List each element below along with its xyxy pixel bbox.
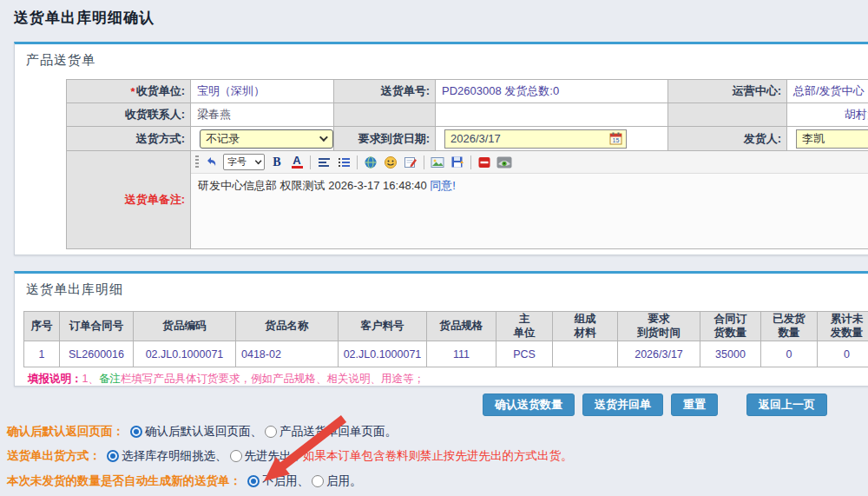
- receiving-unit-value: 宝明（深圳）: [191, 80, 334, 103]
- toolbar-separator: [310, 155, 311, 169]
- remark-content[interactable]: 研发中心信息部 权限测试 2026-3-17 16:48:40 同意!: [191, 174, 868, 198]
- fifo-warning-text: 如果本订单包含卷料则禁止按先进先出的方式出货。: [303, 448, 573, 464]
- table-cell: [553, 341, 618, 367]
- redaction-blur: [694, 79, 858, 90]
- col-header: 组成 材料: [553, 312, 618, 341]
- preview-eye-icon[interactable]: [496, 155, 512, 170]
- receiving-unit-label: * 收货单位:: [67, 80, 191, 103]
- undo-icon[interactable]: [203, 155, 219, 170]
- toolbar-separator: [424, 155, 424, 169]
- confirm-qty-button[interactable]: 确认送货数量: [483, 393, 575, 416]
- filling-note: 填报说明：1、备注栏填写产品具体订货要求，例如产品规格、相关说明、用途等；: [28, 372, 424, 387]
- toolbar-separator: [357, 155, 358, 169]
- detail-table: 序号 订单合同号 货品编码 货品名称 客户料号 货品规格 主 单位 组成 材料 …: [23, 311, 868, 367]
- return-page-option-line: 确认后默认返回页面： 确认后默认返回页面、 产品送货单回单页面。: [7, 424, 397, 440]
- agree-link[interactable]: 同意!: [430, 179, 456, 192]
- radio-return-default[interactable]: [130, 426, 142, 438]
- radio-enable[interactable]: [312, 475, 324, 487]
- outbound-method-option-line: 送货单出货方式： 选择库存明细挑选、 先进先出， 如果本订单包含卷料则禁止按先进…: [7, 448, 573, 464]
- detail-panel-title: 送货单出库明细: [26, 281, 123, 298]
- emoticon-icon[interactable]: [383, 155, 398, 170]
- table-cell: 2026/3/17: [618, 341, 700, 367]
- ordered-list-icon[interactable]: [336, 155, 352, 170]
- contact-label: 收货联系人:: [67, 103, 191, 127]
- table-cell: 0418-02: [236, 341, 339, 367]
- action-buttons: 确认送货数量 送货并回单 重置 返回上一页: [483, 393, 827, 416]
- svg-text:15: 15: [613, 137, 620, 143]
- radio-return-receipt-page[interactable]: [265, 426, 277, 438]
- col-header: 货品名称: [236, 312, 339, 341]
- table-cell: 02.JL0.1000071: [134, 341, 236, 367]
- shipper-cell: 李凯: [787, 127, 868, 151]
- table-cell: 1: [24, 341, 60, 367]
- table-cell: 0: [761, 341, 818, 367]
- col-header: 客户料号: [339, 312, 427, 341]
- required-mark: *: [131, 85, 135, 98]
- insert-image-icon[interactable]: [430, 155, 445, 170]
- col-header: 序号: [24, 312, 60, 341]
- table-cell: 111: [427, 341, 496, 367]
- radio-pick-inventory[interactable]: [107, 450, 119, 462]
- col-header: 主 单位: [496, 312, 553, 341]
- reset-button[interactable]: 重置: [671, 393, 718, 416]
- outbound-detail-panel: 送货单出库明细 序号 订单合同号 货品编码 货品名称 客户料号 货品规格 主 单…: [14, 271, 868, 387]
- edit-note-icon[interactable]: [403, 155, 418, 170]
- delivery-method-cell: 不记录: [191, 127, 334, 151]
- radio-disable[interactable]: [247, 475, 260, 487]
- remark-editor: 字号 B A: [191, 151, 868, 249]
- col-header: 已发货 数量: [761, 312, 818, 341]
- page-title: 送货单出库明细确认: [14, 8, 155, 28]
- link-globe-icon[interactable]: [363, 155, 378, 170]
- chevron-down-icon: [319, 133, 328, 142]
- required-date-cell: 2026/3/17 15: [436, 127, 668, 151]
- remark-toolbar: 字号 B A: [191, 151, 868, 174]
- col-header: 要求 到货时间: [618, 312, 700, 341]
- col-header: 订单合同号: [60, 312, 134, 341]
- product-delivery-panel: 产品送货单 * 收货单位: 宝明（深圳） 送货单号: PD2603008 发货总…: [14, 42, 868, 255]
- back-button[interactable]: 返回上一页: [746, 393, 827, 416]
- shipper-label: 发货人:: [668, 127, 787, 151]
- table-cell: 35000: [700, 341, 761, 367]
- contact-value: 梁春燕: [191, 103, 334, 127]
- calendar-icon[interactable]: 15: [609, 132, 623, 145]
- delivery-no-value: PD2603008 发货总数:0: [436, 80, 668, 103]
- product-panel-title: 产品送货单: [26, 52, 95, 69]
- required-date-input[interactable]: 2026/3/17 15: [444, 129, 627, 149]
- table-cell: PCS: [496, 341, 553, 367]
- col-header: 累计未 发数量: [818, 312, 868, 341]
- redaction-blur: [670, 102, 835, 122]
- shipper-input[interactable]: 李凯: [796, 129, 868, 149]
- remark-label: 送货单备注:: [67, 151, 191, 249]
- toolbar-drag-handle[interactable]: [195, 155, 199, 169]
- bold-icon[interactable]: B: [269, 155, 285, 170]
- required-date-label: 要求到货日期:: [334, 127, 436, 151]
- auto-generate-option-line: 本次未发货的数量是否自动生成新的送货单： 不启用、 启用。: [7, 473, 362, 489]
- font-color-icon[interactable]: A: [289, 155, 305, 170]
- align-icon[interactable]: [316, 155, 332, 170]
- col-header: 货品规格: [427, 312, 496, 341]
- flash-media-icon[interactable]: [477, 155, 492, 170]
- delivery-method-select[interactable]: 不记录: [200, 129, 333, 149]
- ship-and-receipt-button[interactable]: 送货并回单: [582, 393, 663, 416]
- toolbar-separator: [470, 155, 471, 169]
- delivery-no-label: 送货单号:: [334, 80, 436, 103]
- delivery-confirm-page: 送货单出库明细确认 产品送货单 * 收货单位: 宝明（深圳） 送货单号: PD2…: [0, 0, 868, 496]
- col-header: 货品编码: [134, 312, 236, 341]
- col-header: 合同订 货数量: [700, 312, 761, 341]
- redaction-blur: [341, 102, 661, 122]
- chevron-down-icon: [255, 157, 262, 164]
- table-cell: 0: [818, 341, 868, 367]
- save-icon[interactable]: [450, 155, 465, 170]
- font-size-select[interactable]: 字号: [223, 154, 265, 170]
- radio-fifo[interactable]: [230, 450, 242, 462]
- table-cell: 02.JL0.1000071: [339, 341, 427, 367]
- table-cell: SL2600016: [60, 341, 134, 367]
- delivery-method-label: 送货方式:: [67, 127, 191, 151]
